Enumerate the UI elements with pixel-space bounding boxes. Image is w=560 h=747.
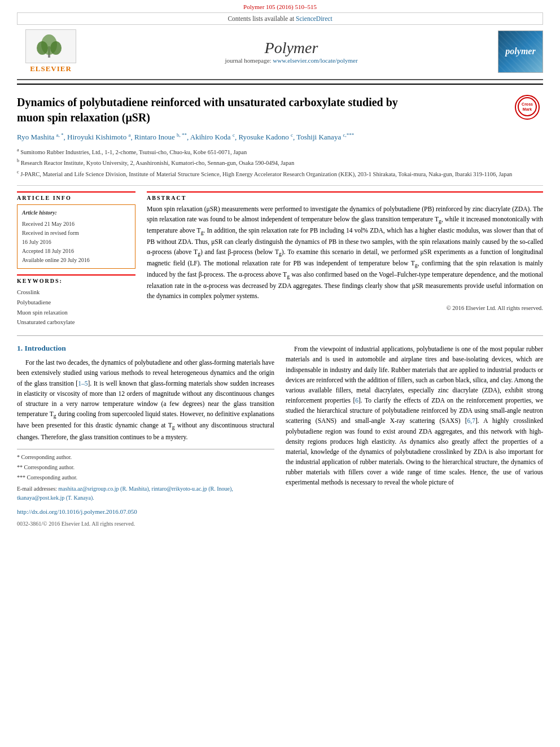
sciencedirect-bar: Contents lists available at ScienceDirec… [17,12,543,25]
crossmark-circle: Cross Mark [515,95,540,120]
received-revised-label: Received in revised form [22,229,130,238]
intro-paragraph-1: For the last two decades, the dynamics o… [17,357,274,442]
title-row: Dynamics of polybutadiene reinforced wit… [17,85,543,131]
body-content: 1. Introduction For the last two decades… [17,344,543,528]
elsevier-tree-icon [31,32,71,60]
abstract-section: ABSTRACT Muon spin relaxation (μSR) meas… [147,191,543,311]
affiliation-a: a Sumitomo Rubber Industries, Ltd., 1-1,… [17,147,543,156]
journal-header-row: ELSEVIER Polymer journal homepage: www.e… [17,26,543,77]
article-info-box: Article history: Received 21 May 2016 Re… [17,204,135,269]
homepage-label: journal homepage: [225,57,271,64]
body-left-col: 1. Introduction For the last two decades… [17,344,274,528]
accepted-date: Accepted 18 July 2016 [22,247,130,256]
sciencedirect-label: Contents lists available at [228,15,294,22]
intro-heading: 1. Introduction [17,344,274,353]
main-content: Dynamics of polybutadiene reinforced wit… [0,85,560,528]
received-revised-date: 16 July 2016 [22,238,130,247]
crossmark-badge[interactable]: Cross Mark [515,95,543,123]
homepage-url[interactable]: www.elsevier.com/locate/polymer [273,57,357,64]
intro-left-text: For the last two decades, the dynamics o… [17,357,274,442]
section-divider [17,335,543,336]
left-column: ARTICLE INFO Article history: Received 2… [17,191,135,327]
abstract-text: Muon spin relaxation (μSR) measurements … [147,204,543,302]
journal-homepage: journal homepage: www.elsevier.com/locat… [85,57,498,64]
footnote-star2: ** Corresponding author. [17,463,274,472]
crossmark-icon: Cross Mark [517,97,537,117]
sciencedirect-link[interactable]: ScienceDirect [296,15,333,22]
journal-citation: Polymer 105 (2016) 510–515 [243,3,317,10]
footnote-star1: * Corresponding author. [17,453,274,462]
elsevier-wordmark: ELSEVIER [30,64,72,73]
polymer-logo-text: polymer [505,46,535,56]
svg-point-4 [518,98,536,116]
copyright-line: © 2016 Elsevier Ltd. All rights reserved… [147,305,543,311]
doi-line[interactable]: http://dx.doi.org/10.1016/j.polymer.2016… [17,507,274,517]
elsevier-logo-image [25,29,76,63]
doi-link[interactable]: http://dx.doi.org/10.1016/j.polymer.2016… [17,508,137,515]
page: Polymer 105 (2016) 510–515 Contents list… [0,0,560,747]
keywords-section: Keywords: Crosslink Polybutadiene Muon s… [17,274,135,327]
received-date: Received 21 May 2016 [22,220,130,229]
history-label: Article history: [22,208,130,217]
elsevier-logo: ELSEVIER [17,29,85,73]
footnotes: * Corresponding author. ** Corresponding… [17,449,274,528]
journal-citation-bar: Polymer 105 (2016) 510–515 [0,0,560,12]
intro-paragraph-2: From the viewpoint of industrial applica… [286,344,543,487]
article-info-heading: ARTICLE INFO [17,195,135,201]
keyword-list: Crosslink Polybutadiene Muon spin relaxa… [17,287,135,327]
article-info-section: ARTICLE INFO Article history: Received 2… [17,191,135,269]
affiliation-c: c J-PARC, Material and Life Science Divi… [17,169,543,178]
author-emails: E-mail addresses: mashita.az@srigroup.co… [17,484,274,503]
footnote-star3: *** Corresponding author. [17,473,274,482]
article-title: Dynamics of polybutadiene reinforced wit… [17,85,412,131]
keyword-muon: Muon spin relaxation [17,308,135,318]
available-online: Available online 20 July 2016 [22,256,130,265]
issn-line: 0032-3861/© 2016 Elsevier Ltd. All right… [17,519,274,528]
email-label: E-mail addresses: [17,486,57,492]
intro-number: 1. [17,344,25,352]
keyword-crosslink: Crosslink [17,287,135,298]
polymer-logo-box: polymer [498,30,543,73]
svg-text:Mark: Mark [523,107,532,111]
keyword-unsaturated: Unsaturated carboxylate [17,317,135,327]
keyword-polybutadiene: Polybutadiene [17,298,135,308]
affiliation-b: b Research Reactor Institute, Kyoto Univ… [17,158,543,167]
intro-right-text: From the viewpoint of industrial applica… [286,344,543,487]
info-abstract-cols: ARTICLE INFO Article history: Received 2… [17,186,543,327]
journal-header: Contents lists available at ScienceDirec… [17,12,543,85]
keywords-heading: Keywords: [17,278,135,284]
header-divider [17,79,543,80]
svg-point-2 [37,41,48,55]
crossmark-label: Cross Mark [517,97,537,118]
journal-center: Polymer journal homepage: www.elsevier.c… [85,39,498,64]
affiliations: a Sumitomo Rubber Industries, Ltd., 1-1,… [17,147,543,186]
svg-text:Cross: Cross [522,102,533,106]
intro-label: Introduction [25,344,66,352]
svg-point-3 [50,41,62,55]
right-column: ABSTRACT Muon spin relaxation (μSR) meas… [147,191,543,327]
abstract-heading: ABSTRACT [147,195,543,201]
body-right-col: From the viewpoint of industrial applica… [286,344,543,528]
authors-line: Ryo Mashita a, *, Hiroyuki Kishimoto a, … [17,131,543,147]
journal-name: Polymer [85,39,498,57]
